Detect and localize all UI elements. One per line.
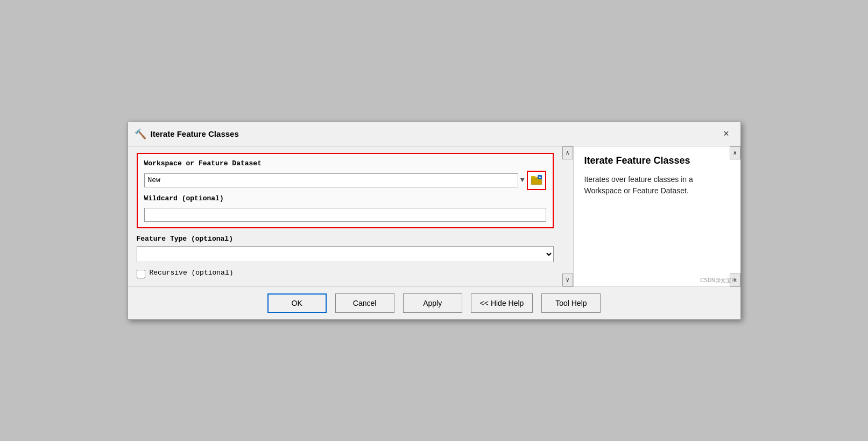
title-bar-left: 🔨 Iterate Feature Classes <box>135 128 239 140</box>
workspace-input-row: ▼ + <box>144 171 546 190</box>
dialog-footer: OK Cancel Apply << Hide Help Tool Help <box>128 286 740 319</box>
ok-button[interactable]: OK <box>267 293 327 313</box>
feature-type-section: Feature Type (optional) Point Line Polyg… <box>137 235 554 262</box>
wildcard-subsection: Wildcard (optional) <box>144 194 546 222</box>
hammer-icon: 🔨 <box>135 128 146 140</box>
left-panel: Workspace or Feature Dataset ▼ <box>128 146 574 286</box>
wildcard-label: Wildcard (optional) <box>144 194 546 202</box>
recursive-label[interactable]: Recursive (optional) <box>150 269 234 277</box>
watermark: CSDN@元宝kk <box>700 277 737 284</box>
workspace-dropdown-arrow[interactable]: ▼ <box>520 176 525 184</box>
scroll-down-button[interactable]: ∨ <box>562 274 573 286</box>
close-button[interactable]: × <box>719 127 734 142</box>
dialog-window: 🔨 Iterate Feature Classes × Workspace or… <box>128 122 741 320</box>
window-title: Iterate Feature Classes <box>151 129 239 138</box>
recursive-checkbox[interactable] <box>137 270 145 278</box>
svg-text:+: + <box>538 175 541 180</box>
feature-type-select[interactable]: Point Line Polygon Annotation Multipatch <box>137 246 554 262</box>
scroll-area: Workspace or Feature Dataset ▼ <box>128 146 573 286</box>
cancel-button[interactable]: Cancel <box>335 293 394 313</box>
tool-help-button[interactable]: Tool Help <box>541 293 601 313</box>
scroll-up-button[interactable]: ∧ <box>562 146 573 159</box>
workspace-section: Workspace or Feature Dataset ▼ <box>137 153 554 228</box>
help-title: Iterate Feature Classes <box>584 155 730 167</box>
dialog-body: Workspace or Feature Dataset ▼ <box>128 146 740 286</box>
workspace-label: Workspace or Feature Dataset <box>144 159 546 167</box>
hide-help-button[interactable]: << Hide Help <box>471 293 533 313</box>
right-panel: Iterate Feature Classes Iterates over fe… <box>574 146 740 286</box>
folder-icon: + <box>530 174 543 187</box>
title-bar: 🔨 Iterate Feature Classes × <box>128 122 740 146</box>
workspace-input[interactable] <box>144 173 518 187</box>
help-text: Iterates over feature classes in a Works… <box>584 174 730 197</box>
feature-type-select-wrapper: Point Line Polygon Annotation Multipatch <box>137 246 554 262</box>
feature-type-label: Feature Type (optional) <box>137 235 554 243</box>
apply-button[interactable]: Apply <box>403 293 462 313</box>
recursive-section: Recursive (optional) <box>137 269 554 280</box>
help-scroll-up-button[interactable]: ∧ <box>730 146 740 159</box>
browse-button[interactable]: + <box>527 171 546 190</box>
wildcard-input[interactable] <box>144 208 546 222</box>
